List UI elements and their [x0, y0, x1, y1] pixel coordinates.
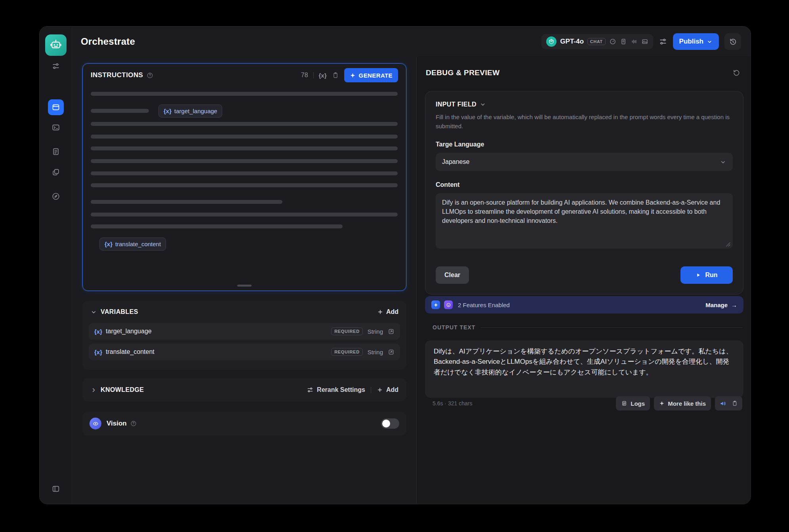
- compass-icon: [51, 192, 60, 201]
- open-detail-icon[interactable]: [388, 349, 394, 355]
- features-enabled-label: 2 Features Enabled: [458, 302, 510, 308]
- open-detail-icon[interactable]: [388, 328, 394, 335]
- add-label: Add: [386, 386, 398, 393]
- rerank-settings-button[interactable]: Rerank Settings: [307, 386, 365, 393]
- sidebar-item-terminal[interactable]: [48, 120, 64, 135]
- screenshot-root: Orchestrate GPT-4o CHAT: [0, 0, 789, 532]
- sidebar-collapse-button[interactable]: [48, 481, 64, 497]
- knowledge-toolbar: Rerank Settings Add: [307, 386, 398, 393]
- app-logo[interactable]: [45, 34, 67, 56]
- variable-row-target-language[interactable]: {x} target_language REQUIRED String: [89, 323, 400, 340]
- target-language-select[interactable]: Japanese: [436, 153, 733, 171]
- toggle-knob: [382, 420, 390, 428]
- variable-chip-target-language[interactable]: {x} target_language: [158, 104, 222, 118]
- clear-button[interactable]: Clear: [436, 266, 469, 284]
- logs-icon: [621, 400, 627, 407]
- sidebar-item-logs[interactable]: [48, 144, 64, 160]
- history-button[interactable]: [724, 33, 741, 50]
- variable-name: target_language: [106, 328, 152, 335]
- variable-type: String: [368, 349, 383, 355]
- output-actions: 5.6s · 321 chars Logs More like this: [433, 396, 742, 410]
- output-stats: 5.6s · 321 chars: [433, 400, 472, 407]
- variable-row-translate-content[interactable]: {x} translate_content REQUIRED String: [89, 344, 400, 360]
- refresh-icon: [732, 69, 740, 77]
- sidebar-item-settings[interactable]: [48, 58, 64, 74]
- variable-row-meta: REQUIRED String: [331, 348, 394, 356]
- image-icon: [641, 38, 648, 45]
- output-header: OUTPUT TEXT: [433, 324, 742, 331]
- variable-symbol: {x}: [164, 108, 172, 114]
- chevron-down-icon: [707, 39, 713, 45]
- variable-name: translate_content: [106, 348, 154, 355]
- skeleton-line: [91, 171, 398, 175]
- model-selector[interactable]: GPT-4o CHAT: [541, 34, 653, 49]
- chevron-down-icon: [720, 159, 726, 165]
- run-button[interactable]: Run: [680, 266, 733, 284]
- robot-icon: [50, 39, 62, 51]
- content-label: Content: [436, 181, 733, 188]
- manage-label: Manage: [705, 302, 728, 308]
- divider: [371, 387, 371, 393]
- add-variable-button[interactable]: Add: [377, 308, 398, 315]
- input-card-footer: Clear Run: [436, 266, 733, 284]
- variable-symbol: {x}: [94, 349, 102, 355]
- knowledge-panel[interactable]: KNOWLEDGE Rerank Settings Add: [82, 378, 406, 401]
- manage-features-button[interactable]: Manage →: [705, 302, 737, 308]
- output-bubble: Difyは、AIアプリケーションを構築するためのオープンソースプラットフォームで…: [425, 340, 743, 398]
- output-icon-group: [715, 396, 742, 410]
- vision-toggle[interactable]: [381, 418, 399, 429]
- vision-panel: Vision: [82, 412, 406, 435]
- logs-label: Logs: [631, 400, 645, 407]
- model-mode-badge: CHAT: [587, 38, 606, 45]
- sidebar-item-orchestrate[interactable]: [48, 99, 64, 115]
- skeleton-line: [91, 109, 149, 113]
- temperature-icon: [609, 38, 616, 45]
- logs-button[interactable]: Logs: [616, 396, 650, 410]
- skeleton-line: [91, 135, 398, 139]
- target-language-value: Japanese: [442, 158, 469, 165]
- output-title: OUTPUT TEXT: [433, 324, 475, 331]
- publish-label: Publish: [679, 38, 703, 46]
- refresh-button[interactable]: [732, 69, 740, 77]
- vision-eye-icon: [90, 418, 101, 429]
- app-window: Orchestrate GPT-4o CHAT: [39, 26, 751, 504]
- input-field-header[interactable]: INPUT FIELD: [436, 101, 733, 108]
- add-knowledge-button[interactable]: Add: [377, 386, 398, 393]
- sidebar-item-annotations[interactable]: [48, 164, 64, 180]
- feature-generate-icon: [431, 300, 440, 309]
- more-like-this-button[interactable]: More like this: [654, 396, 711, 410]
- help-icon[interactable]: [130, 420, 137, 427]
- feature-tts-icon: [444, 300, 453, 309]
- copy-output-icon[interactable]: [732, 400, 738, 407]
- variable-row-meta: REQUIRED String: [331, 327, 394, 335]
- knowledge-title: KNOWLEDGE: [101, 386, 144, 393]
- features-bar: 2 Features Enabled Manage →: [425, 296, 743, 314]
- topbar-right: GPT-4o CHAT: [541, 33, 741, 50]
- instructions-panel: INSTRUCTIONS 78 {x} GENERATE: [82, 63, 406, 291]
- skeleton-line: [91, 146, 398, 150]
- openai-logo-icon: [546, 36, 556, 47]
- prompt-skeleton: {x} target_language {x} translate_conten…: [83, 64, 406, 291]
- publish-button[interactable]: Publish: [673, 33, 719, 50]
- skeleton-line: [91, 213, 398, 217]
- speaker-icon[interactable]: [719, 400, 727, 407]
- variable-name: translate_content: [115, 241, 161, 247]
- add-label: Add: [386, 308, 398, 315]
- page-title: Orchestrate: [81, 36, 135, 47]
- debug-preview-pane: DEBUG & PREVIEW INPUT FIELD Fill in the …: [416, 57, 751, 504]
- debug-header: DEBUG & PREVIEW: [426, 68, 740, 77]
- skeleton-line: [91, 92, 398, 96]
- sliders-icon: [51, 62, 60, 70]
- variables-header[interactable]: VARIABLES Add: [82, 301, 406, 323]
- resize-handle[interactable]: [237, 285, 252, 287]
- input-field-description: Fill in the value of the variable, which…: [436, 113, 731, 131]
- variable-chip-translate-content[interactable]: {x} translate_content: [99, 238, 166, 251]
- model-parameters-button[interactable]: [659, 37, 667, 46]
- app-window-icon: [51, 103, 60, 112]
- sidebar-item-overview[interactable]: [48, 188, 64, 204]
- content-textarea[interactable]: Dify is an open-source platform for buil…: [436, 193, 733, 249]
- collapse-panel-icon: [51, 484, 60, 493]
- resize-corner-icon[interactable]: [726, 242, 730, 247]
- history-icon: [729, 38, 737, 46]
- debug-title: DEBUG & PREVIEW: [426, 68, 500, 77]
